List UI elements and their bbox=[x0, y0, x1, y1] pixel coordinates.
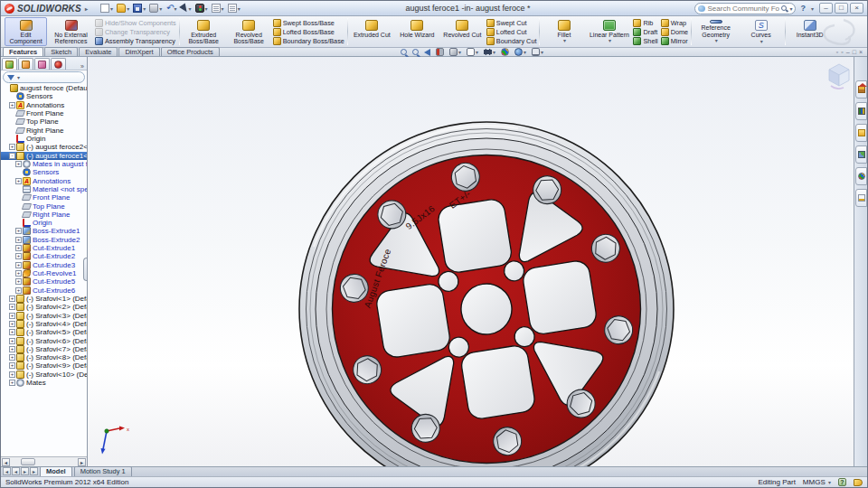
wheel-model[interactable]: August Feroce 9.5Jx16 ET+/- x bbox=[88, 57, 854, 466]
tab-scroll-prev-icon[interactable]: ◄ bbox=[12, 467, 20, 475]
expand-toggle[interactable]: + bbox=[9, 346, 15, 352]
expand-toggle[interactable]: + bbox=[15, 270, 22, 277]
tree-item[interactable]: +Cut-Extrude5 bbox=[1, 277, 87, 286]
tree-item[interactable]: +(-) Srafovi<9> (Default<<De bbox=[1, 361, 87, 370]
tree-item[interactable]: +Cut-Extrude3 bbox=[1, 261, 87, 269]
expand-toggle[interactable]: + bbox=[9, 380, 15, 386]
tab-scroll-next-icon[interactable]: ► bbox=[21, 467, 29, 475]
file-properties-button[interactable]: ▾ bbox=[211, 4, 225, 13]
tree-item[interactable]: +(-) august feroce2<1> (Defa bbox=[1, 143, 87, 151]
edit-component-button[interactable]: Edit Component bbox=[5, 17, 47, 46]
more-tabs-chevron-icon[interactable]: » bbox=[79, 63, 86, 70]
new-button[interactable]: ▾ bbox=[99, 4, 114, 13]
tree-item[interactable]: Origin bbox=[1, 219, 87, 227]
tree-item[interactable]: Front Plane bbox=[1, 109, 87, 117]
tree-item[interactable]: +(-) Srafovi<1> (Default<<De bbox=[1, 295, 87, 303]
change-transparency-button[interactable]: Change Transparency bbox=[95, 28, 176, 36]
save-button[interactable]: ▾ bbox=[132, 4, 146, 13]
doc-restore-button[interactable]: □ bbox=[853, 49, 856, 55]
rib-button[interactable]: Rib bbox=[633, 19, 657, 27]
curves-button[interactable]: SCurves▾ bbox=[740, 17, 782, 46]
tree-item[interactable]: +(-) Srafovi<7> (Default<<De bbox=[1, 345, 87, 353]
apply-scene-button[interactable]: ▾ bbox=[514, 48, 527, 56]
tree-item[interactable]: +(-) Srafovi<5> (Default<<De bbox=[1, 328, 87, 336]
tab-view-palette[interactable] bbox=[855, 145, 867, 164]
tree-item[interactable]: -(-) august feroce1<2> (Defa bbox=[1, 152, 87, 160]
tree-item[interactable]: +(-) Srafovi<4> (Default<<De bbox=[1, 320, 87, 328]
reference-geometry-button[interactable]: Reference Geometry▾ bbox=[694, 17, 737, 46]
tree-item[interactable]: +Cut-Extrude6 bbox=[1, 286, 87, 295]
tab-model[interactable]: Model bbox=[40, 466, 72, 476]
extruded-cut-button[interactable]: Extruded Cut bbox=[351, 17, 393, 46]
tab-sketch[interactable]: Sketch bbox=[44, 47, 78, 56]
tree-item[interactable]: +Boss-Extrude1 bbox=[1, 227, 87, 235]
swept-cut-button[interactable]: Swept Cut bbox=[486, 19, 537, 27]
tree-item[interactable]: Right Plane bbox=[1, 127, 87, 135]
edit-appearance-button[interactable] bbox=[500, 48, 510, 56]
shell-button[interactable]: Shell bbox=[633, 37, 657, 45]
tab-featuremanager[interactable] bbox=[2, 58, 17, 70]
dropdown-arrow-icon[interactable]: ▾ bbox=[238, 5, 241, 12]
tree-item[interactable]: +Boss-Extrude2 bbox=[1, 236, 87, 244]
doc-close-button[interactable]: × bbox=[859, 49, 863, 55]
boundary-cut-button[interactable]: Boundary Cut bbox=[486, 37, 537, 45]
tree-item[interactable]: Right Plane bbox=[1, 211, 87, 219]
graphics-viewport[interactable]: August Feroce 9.5Jx16 ET+/- x bbox=[88, 57, 854, 466]
doc-window-icon[interactable]: ▫ bbox=[841, 49, 843, 55]
dropdown-arrow-icon[interactable]: ▾ bbox=[563, 38, 566, 45]
revolved-boss-base-button[interactable]: Revolved Boss/Base bbox=[228, 17, 270, 46]
mirror-button[interactable]: Mirror bbox=[661, 37, 688, 45]
dropdown-arrow-icon[interactable]: ▾ bbox=[222, 5, 224, 12]
dropdown-arrow-icon[interactable]: ▾ bbox=[715, 38, 718, 45]
tab-scroll-first-icon[interactable]: ◄ bbox=[3, 467, 11, 475]
tree-item[interactable]: +(-) Srafovi<8> (Default<<De bbox=[1, 353, 87, 361]
wrap-button[interactable]: Wrap bbox=[661, 19, 688, 27]
linear-pattern-button[interactable]: Linear Pattern▾ bbox=[588, 17, 630, 46]
tree-horizontal-scrollbar[interactable]: ◄ ► bbox=[1, 456, 87, 466]
previous-view-button[interactable] bbox=[423, 49, 431, 56]
revolved-cut-button[interactable]: Revolved Cut bbox=[441, 17, 484, 46]
dropdown-arrow-icon[interactable]: ▾ bbox=[205, 5, 208, 12]
expand-toggle[interactable]: + bbox=[9, 296, 15, 302]
dropdown-arrow-icon[interactable]: ▾ bbox=[175, 5, 177, 12]
tree-item[interactable]: +Annotations bbox=[1, 176, 87, 184]
options-window-button[interactable]: ▾ bbox=[227, 4, 241, 13]
expand-toggle[interactable]: + bbox=[15, 262, 22, 268]
tree-item[interactable]: +Mates bbox=[1, 379, 87, 387]
dropdown-arrow-icon[interactable]: ▾ bbox=[143, 5, 146, 12]
extruded-boss-base-button[interactable]: Extruded Boss/Base bbox=[183, 17, 225, 46]
filter-dropdown-icon[interactable]: ▾ bbox=[17, 74, 20, 80]
solidworks-logo[interactable]: SOLIDWORKS ▸ bbox=[5, 4, 88, 14]
tree-item[interactable]: +(-) Srafovi<6> (Default<<De bbox=[1, 336, 87, 344]
view-orientation-button[interactable]: ▾ bbox=[448, 48, 462, 56]
hide-items-button[interactable]: ▾ bbox=[483, 48, 496, 56]
no-external-references-button[interactable]: No External References bbox=[50, 17, 92, 46]
tree-filter[interactable]: ▾ bbox=[3, 71, 85, 83]
tab-appearances[interactable] bbox=[855, 167, 867, 185]
expand-toggle[interactable]: + bbox=[15, 245, 22, 251]
expand-toggle[interactable]: + bbox=[9, 371, 15, 378]
lofted-cut-button[interactable]: Lofted Cut bbox=[486, 28, 537, 36]
restore-button[interactable]: □ bbox=[835, 3, 848, 14]
tab-design-library[interactable] bbox=[855, 102, 867, 120]
status-help-icon[interactable]: ? bbox=[838, 478, 846, 486]
expand-toggle[interactable]: + bbox=[9, 144, 15, 150]
fillet-button[interactable]: Fillet▾ bbox=[542, 17, 585, 46]
view-settings-button[interactable]: ▾ bbox=[531, 48, 544, 56]
scroll-left-arrow-icon[interactable]: ◄ bbox=[2, 458, 10, 466]
assembly-transparency-button[interactable]: Assembly Transparency bbox=[95, 37, 176, 45]
hide-show-components-button[interactable]: Hide/Show Components bbox=[95, 19, 176, 27]
tree-item[interactable]: Material <not specified> bbox=[1, 185, 87, 193]
expand-toggle[interactable]: + bbox=[9, 338, 15, 344]
tab-motion-study-1[interactable]: Motion Study 1 bbox=[74, 466, 132, 476]
zoom-area-button[interactable] bbox=[411, 49, 420, 55]
scrollbar-thumb[interactable] bbox=[21, 458, 35, 465]
expand-toggle[interactable]: - bbox=[9, 153, 15, 159]
expand-toggle[interactable]: + bbox=[15, 228, 22, 234]
lofted-boss-base-button[interactable]: Lofted Boss/Base bbox=[273, 28, 344, 36]
minimize-button[interactable]: – bbox=[819, 3, 833, 14]
select-button[interactable]: ▾ bbox=[180, 5, 193, 13]
expand-toggle[interactable]: + bbox=[9, 329, 15, 335]
tree-item[interactable]: +Cut-Extrude2 bbox=[1, 252, 87, 260]
expand-toggle[interactable]: + bbox=[15, 178, 22, 184]
